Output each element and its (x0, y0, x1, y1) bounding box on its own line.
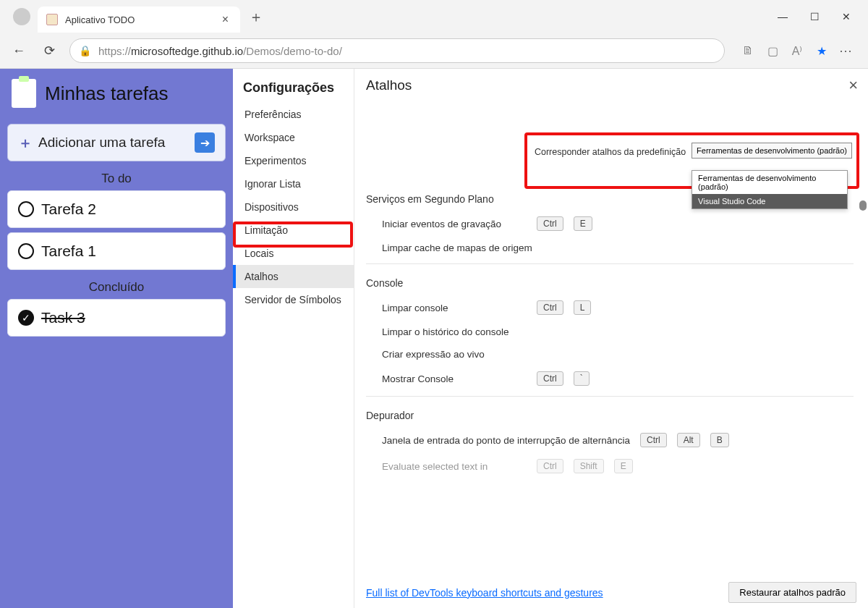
devtools-settings-panel: Configurações Preferências Workspace Exp… (233, 69, 868, 608)
favorite-star-icon[interactable]: ★ (814, 43, 829, 58)
nav-preferencias[interactable]: Preferências (233, 103, 354, 126)
read-aloud-icon[interactable]: A⁾ (790, 43, 804, 58)
done-section-header: Concluído (7, 280, 226, 295)
shortcut-label: Criar expressão ao vivo (382, 349, 527, 360)
task-label: Tarefa 2 (41, 200, 96, 218)
key-badge: Ctrl (537, 371, 563, 386)
preset-label: Corresponder atalhos da predefinição (535, 147, 686, 157)
maximize-button[interactable]: ☐ (807, 11, 822, 22)
url-text: https://microsoftedge.github.io/Demos/de… (98, 45, 342, 57)
scrollbar[interactable] (858, 77, 868, 574)
key-badge: Alt (677, 433, 700, 447)
window-controls: — ☐ ✕ (775, 11, 862, 22)
nav-dispositivos[interactable]: Dispositivos (233, 195, 354, 219)
close-tab-icon[interactable]: × (219, 13, 231, 26)
plus-icon: ＋ (18, 133, 33, 153)
lock-icon: 🔒 (79, 45, 91, 56)
tab-title: Aplicativo TODO (65, 14, 212, 25)
shortcut-row[interactable]: Mostrar Console Ctrl ` (366, 366, 854, 392)
shortcut-label: Mostrar Console (382, 373, 527, 384)
back-button[interactable]: ← (9, 41, 29, 61)
divider (366, 396, 854, 397)
scroll-thumb[interactable] (859, 200, 867, 211)
content-area: Minhas tarefas ＋ Adicionar uma tarefa ➔ … (0, 69, 868, 608)
task-label: Tarefa 1 (41, 242, 96, 260)
shortcut-label: Limpar console (382, 303, 527, 313)
checked-circle-icon[interactable]: ✓ (18, 310, 34, 326)
profile-avatar[interactable] (13, 8, 30, 25)
submit-task-button[interactable]: ➔ (195, 132, 215, 153)
tab-favicon-icon (46, 14, 58, 25)
clipboard-icon (12, 79, 36, 108)
shortcut-row[interactable]: Iniciar eventos de gravação Ctrl E (366, 211, 854, 237)
close-settings-icon[interactable]: × (848, 76, 858, 95)
shortcut-row[interactable]: Evaluate selected text in Ctrl Shift E (366, 453, 854, 479)
key-badge: Ctrl (537, 300, 563, 315)
key-badge: Ctrl (537, 216, 563, 231)
preset-select-wrapper: Ferramentas de desenvolvimento (padrão) … (692, 143, 852, 159)
shortcut-label: Evaluate selected text in (382, 461, 527, 472)
shortcut-row[interactable]: Limpar console Ctrl L (366, 295, 854, 321)
browser-toolbar: ← ⟳ 🔒 https://microsoftedge.github.io/De… (0, 33, 868, 68)
key-badge: Shift (574, 459, 604, 473)
browser-tab[interactable]: Aplicativo TODO × (38, 7, 240, 33)
unchecked-circle-icon[interactable] (18, 243, 34, 259)
nav-workspace[interactable]: Workspace (233, 126, 354, 149)
todo-section-header: To do (7, 172, 226, 186)
key-badge: E (574, 216, 592, 231)
more-menu-icon[interactable]: ⋯ (839, 43, 854, 58)
titlebar: Aplicativo TODO × ＋ — ☐ ✕ (0, 0, 868, 33)
nav-experimentos[interactable]: Experimentos (233, 149, 354, 172)
panel-title: Atalhos (366, 77, 854, 93)
shortcut-row[interactable]: Limpar cache de mapas de origem (366, 237, 854, 259)
url-host: microsoftedge.github.io (131, 45, 243, 57)
preset-option-devtools[interactable]: Ferramentas de desenvolvimento (padrão) (692, 171, 847, 194)
panel-footer: Full list of DevTools keyboard shortcuts… (366, 582, 856, 603)
key-badge: ` (574, 371, 590, 386)
preset-select[interactable]: Ferramentas de desenvolvimento (padrão) (692, 143, 852, 159)
add-task-label: Adicionar uma tarefa (38, 135, 165, 151)
key-badge: B (710, 433, 729, 447)
task-item[interactable]: Tarefa 2 (7, 190, 226, 228)
preset-option-vscode[interactable]: Visual Studio Code (692, 194, 847, 208)
shortcut-row[interactable]: Limpar o histórico do console (366, 321, 854, 343)
add-task-input[interactable]: ＋ Adicionar uma tarefa ➔ (7, 124, 226, 161)
nav-locais[interactable]: Locais (233, 242, 354, 265)
key-badge: Ctrl (640, 433, 667, 447)
page-icon[interactable]: 🗎 (741, 43, 755, 58)
collections-icon[interactable]: ▢ (765, 43, 780, 58)
nav-atalhos[interactable]: Atalhos (233, 265, 354, 288)
nav-ignorar-lista[interactable]: Ignorar Lista (233, 172, 354, 195)
unchecked-circle-icon[interactable] (18, 201, 34, 217)
full-list-link[interactable]: Full list of DevTools keyboard shortcuts… (366, 587, 603, 599)
address-bar[interactable]: 🔒 https://microsoftedge.github.io/Demos/… (69, 38, 725, 63)
browser-chrome: Aplicativo TODO × ＋ — ☐ ✕ ← ⟳ 🔒 https://… (0, 0, 868, 69)
refresh-button[interactable]: ⟳ (39, 41, 59, 61)
key-badge: Ctrl (537, 459, 563, 473)
key-badge: L (574, 300, 592, 315)
section-debugger: Depurador (366, 410, 854, 421)
shortcut-label: Iniciar eventos de gravação (382, 219, 527, 229)
shortcut-row[interactable]: Criar expressão ao vivo (366, 343, 854, 366)
minimize-button[interactable]: — (775, 11, 790, 22)
nav-limitacao[interactable]: Limitação (233, 219, 354, 242)
close-window-button[interactable]: ✕ (839, 11, 854, 22)
task-label: Task 3 (41, 309, 85, 326)
shortcut-label: Limpar o histórico do console (382, 326, 527, 337)
task-item[interactable]: Tarefa 1 (7, 232, 226, 270)
shortcut-label: Janela de entrada do ponto de interrupçã… (382, 435, 630, 446)
shortcut-row[interactable]: Janela de entrada do ponto de interrupçã… (366, 427, 854, 453)
nav-servidor-simbolos[interactable]: Servidor de Símbolos (233, 288, 354, 311)
section-console: Console (366, 277, 854, 289)
divider (366, 263, 854, 264)
preset-highlight-box: Corresponder atalhos da predefinição Fer… (524, 132, 859, 189)
settings-main: × Atalhos Corresponder atalhos da predef… (354, 69, 868, 608)
key-badge: E (614, 459, 633, 473)
app-title: Minhas tarefas (45, 83, 169, 105)
settings-title: Configurações (233, 75, 354, 103)
url-scheme: https:// (98, 45, 131, 57)
task-item-done[interactable]: ✓ Task 3 (7, 299, 226, 337)
new-tab-button[interactable]: ＋ (249, 7, 263, 27)
restore-defaults-button[interactable]: Restaurar atalhos padrão (728, 582, 856, 603)
settings-sidebar: Configurações Preferências Workspace Exp… (233, 69, 354, 608)
